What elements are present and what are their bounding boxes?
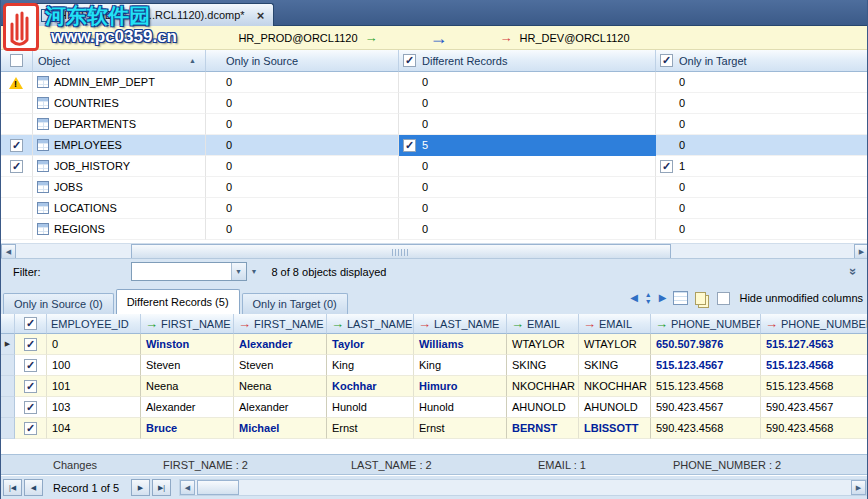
target-value-cell[interactable]: SKING [579,355,651,376]
target-value-cell[interactable]: NKOCHHAR [579,376,651,397]
only-in-source-cell[interactable]: 0 [206,93,399,114]
object-select-cell[interactable]: ✓ [1,135,33,156]
results-tab[interactable]: Only in Target (0) [242,293,348,314]
next-column-difference-icon[interactable]: ▶ [659,293,667,303]
source-value-cell[interactable]: Winston [141,334,234,355]
different-records-cell[interactable]: 0 [399,198,656,219]
record-select-cell[interactable]: ✓ [15,418,47,439]
source-value-cell[interactable]: 650.507.9876 [651,334,761,355]
target-value-cell[interactable]: Hunold [414,397,507,418]
record-checkbox[interactable]: ✓ [24,359,37,372]
source-value-cell[interactable]: Neena [141,376,234,397]
object-select-cell[interactable] [1,198,33,219]
employee-id-cell[interactable]: 104 [47,418,141,439]
object-select-cell[interactable] [1,219,33,240]
object-name-cell[interactable]: JOBS [33,177,206,198]
select-all-records-checkbox[interactable]: ✓ [24,317,37,330]
select-all-objects-checkbox[interactable] [10,54,23,67]
source-value-cell[interactable]: King [327,355,414,376]
objects-grid-hscrollbar[interactable]: ◀ ▶ [1,243,868,258]
object-row[interactable]: LOCATIONS000 [1,198,868,219]
only-in-target-cell[interactable]: 0 [656,219,868,240]
object-select-cell[interactable] [1,93,33,114]
only-in-target-cell[interactable]: 0 [656,135,868,156]
different-records-cell[interactable]: 0 [399,156,656,177]
object-name-cell[interactable]: REGIONS [33,219,206,240]
scroll-right-icon[interactable]: ▶ [851,480,866,495]
only-in-target-cell[interactable]: 0 [656,177,868,198]
employee-id-cell[interactable]: 103 [47,397,141,418]
source-value-cell[interactable]: Steven [141,355,234,376]
target-value-cell[interactable]: 590.423.4568 [761,418,868,439]
object-row[interactable]: !ADMIN_EMP_DEPT000 [1,72,868,93]
only-in-target-cell[interactable]: 0 [656,114,868,135]
source-column-header[interactable]: →EMAIL [507,314,579,334]
collapse-panel-icon[interactable]: » [847,268,860,275]
only-in-source-column-header[interactable]: Only in Source [206,50,399,72]
employee-id-cell[interactable]: 0 [47,334,141,355]
source-value-cell[interactable]: WTAYLOR [507,334,579,355]
records-grid-hscrollbar[interactable]: ◀ ▶ [179,479,867,496]
object-row-checkbox[interactable]: ✓ [10,160,23,173]
object-select-cell[interactable]: ✓ [1,156,33,177]
different-records-cell[interactable]: ✓5 [399,135,656,156]
record-row[interactable]: ✓101NeenaNeenaKochharHimuroNKOCHHARNKOCH… [1,376,868,397]
scrollbar-thumb[interactable] [197,480,239,495]
filter-combo[interactable]: ▼ [131,262,247,281]
object-row[interactable]: COUNTRIES000 [1,93,868,114]
record-row[interactable]: ✓100StevenStevenKingKingSKINGSKING515.12… [1,355,868,376]
different-records-column-header[interactable]: ✓ Different Records [399,50,656,72]
select-all-records-cell[interactable]: ✓ [15,314,47,334]
first-record-button[interactable]: |◀ [3,479,22,496]
source-value-cell[interactable]: 515.123.4568 [651,376,761,397]
different-records-cell[interactable]: 0 [399,177,656,198]
target-value-cell[interactable]: 515.123.4568 [761,376,868,397]
employee-id-cell[interactable]: 100 [47,355,141,376]
target-value-cell[interactable]: 515.123.4568 [761,355,868,376]
object-row[interactable]: REGIONS000 [1,219,868,240]
object-name-cell[interactable]: COUNTRIES [33,93,206,114]
target-column-header[interactable]: →PHONE_NUMBER [761,314,868,334]
last-record-button[interactable]: ▶| [152,479,171,496]
record-row[interactable]: ▶✓0WinstonAlexanderTaylorWilliamsWTAYLOR… [1,334,868,355]
object-row[interactable]: ✓JOB_HISTORY00✓1 [1,156,868,177]
different-records-cell[interactable]: 0 [399,72,656,93]
target-value-cell[interactable]: 515.127.4563 [761,334,868,355]
row-difference-nav-icon[interactable]: ▲▼ [645,291,652,305]
object-select-cell[interactable] [1,177,33,198]
only-in-target-cell[interactable]: 0 [656,72,868,93]
source-value-cell[interactable]: 590.423.4568 [651,418,761,439]
employee-id-column-header[interactable]: EMPLOYEE_ID [47,314,141,334]
different-records-header-checkbox[interactable]: ✓ [403,54,416,67]
only-in-source-cell[interactable]: 0 [206,177,399,198]
only-in-target-header-checkbox[interactable]: ✓ [660,54,673,67]
select-all-objects-cell[interactable] [1,50,33,72]
record-select-cell[interactable]: ✓ [15,334,47,355]
target-value-cell[interactable]: Williams [414,334,507,355]
object-select-cell[interactable] [1,114,33,135]
hide-unmodified-checkbox[interactable] [717,292,730,305]
prev-record-button[interactable]: ◀ [24,479,43,496]
object-name-cell[interactable]: ADMIN_EMP_DEPT [33,72,206,93]
different-records-cell[interactable]: 0 [399,219,656,240]
results-tab[interactable]: Only in Source (0) [3,293,114,314]
only-in-source-cell[interactable]: 0 [206,198,399,219]
object-select-cell[interactable]: ! [1,72,33,93]
object-name-cell[interactable]: DEPARTMENTS [33,114,206,135]
source-value-cell[interactable]: Hunold [327,397,414,418]
target-value-cell[interactable]: Alexander [234,397,327,418]
record-checkbox[interactable]: ✓ [24,338,37,351]
target-value-cell[interactable]: 590.423.4567 [761,397,868,418]
record-select-cell[interactable]: ✓ [15,376,47,397]
source-value-cell[interactable]: Bruce [141,418,234,439]
source-value-cell[interactable]: Ernst [327,418,414,439]
object-row[interactable]: DEPARTMENTS000 [1,114,868,135]
export-grid-icon[interactable] [673,291,688,305]
employee-id-cell[interactable]: 101 [47,376,141,397]
object-row-checkbox[interactable]: ✓ [10,139,23,152]
record-checkbox[interactable]: ✓ [24,380,37,393]
only-in-source-cell[interactable]: 0 [206,114,399,135]
results-tab[interactable]: Different Records (5) [116,289,240,314]
object-row[interactable]: ✓EMPLOYEES0✓50 [1,135,868,156]
only-in-target-checkbox[interactable]: ✓ [660,160,673,173]
